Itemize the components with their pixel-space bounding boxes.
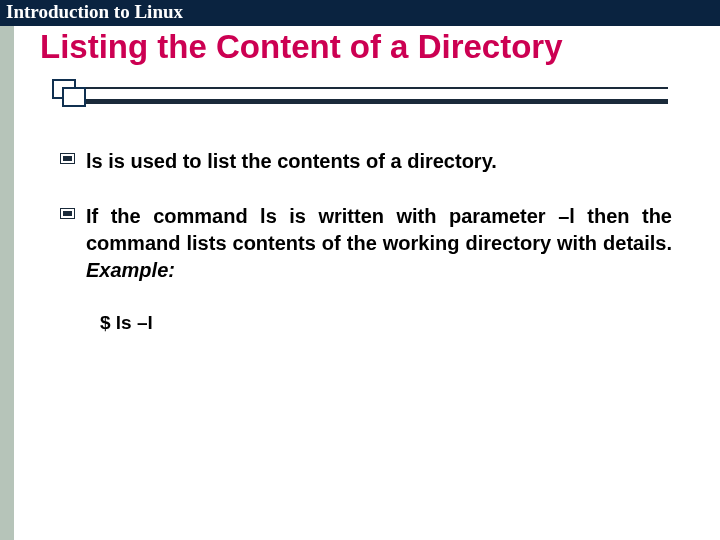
bullet-text-main: If the command ls is written with parame… xyxy=(86,205,672,254)
bullet-item: If the command ls is written with parame… xyxy=(60,203,672,284)
left-accent-bar xyxy=(0,26,14,540)
bullet-text: If the command ls is written with parame… xyxy=(86,203,672,284)
bullet-text: ls is used to list the contents of a dir… xyxy=(86,148,672,175)
title-bar: Introduction to Linux xyxy=(0,0,720,26)
bullet-icon xyxy=(60,208,75,219)
example-command: $ ls –l xyxy=(100,312,672,334)
page-title: Listing the Content of a Directory xyxy=(40,30,700,65)
title-rule-thin xyxy=(86,87,668,89)
bullet-item: ls is used to list the contents of a dir… xyxy=(60,148,672,175)
course-title: Introduction to Linux xyxy=(6,1,183,23)
example-label: Example: xyxy=(86,259,175,281)
title-rule-thick xyxy=(86,99,668,104)
body-content: ls is used to list the contents of a dir… xyxy=(60,148,672,334)
bullet-icon xyxy=(60,153,75,164)
slide: Introduction to Linux Listing the Conten… xyxy=(0,0,720,540)
